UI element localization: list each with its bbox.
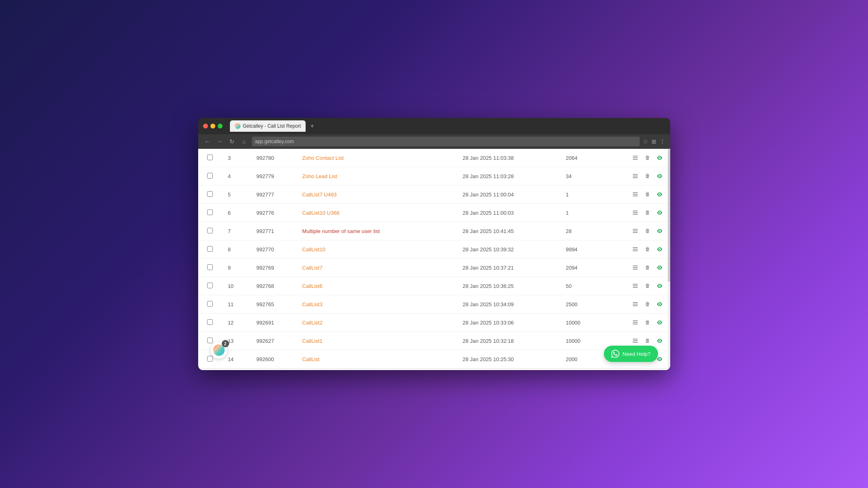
row-checkbox[interactable] — [207, 173, 213, 179]
list-name-link[interactable]: CallList10 — [302, 246, 326, 253]
active-tab[interactable]: Getcalley - Call List Report — [230, 120, 306, 132]
delete-icon[interactable] — [643, 299, 652, 309]
row-checkbox[interactable] — [207, 264, 213, 270]
row-id: 992776 — [251, 204, 297, 222]
row-number: 11 — [222, 295, 251, 314]
delete-icon[interactable] — [643, 208, 652, 218]
scrollbar[interactable] — [668, 149, 670, 370]
row-actions — [606, 259, 670, 277]
delete-icon[interactable] — [643, 318, 652, 327]
list-icon[interactable] — [630, 299, 640, 309]
delete-icon[interactable] — [643, 281, 652, 291]
list-name-link[interactable]: Multiple number of same user list — [302, 228, 380, 234]
list-icon[interactable] — [630, 171, 640, 181]
svg-rect-7 — [633, 194, 638, 195]
row-checkbox[interactable] — [207, 191, 213, 197]
list-name-link[interactable]: CallList — [302, 356, 320, 362]
row-number: 6 — [222, 204, 251, 222]
row-id: 992777 — [251, 185, 297, 204]
list-icon[interactable] — [630, 318, 640, 327]
list-icon[interactable] — [630, 153, 640, 163]
svg-rect-20 — [633, 269, 638, 270]
row-date: 28 Jan 2025 10:34:09 — [457, 295, 560, 314]
list-icon[interactable] — [630, 244, 640, 254]
forward-button[interactable]: → — [215, 137, 224, 146]
table-row: 5 992777 CallList7 U493 28 Jan 2025 11:0… — [198, 185, 670, 204]
back-button[interactable]: ← — [203, 137, 212, 146]
delete-icon[interactable] — [643, 190, 652, 199]
view-icon[interactable] — [655, 244, 665, 254]
need-help-button[interactable]: Need Help? — [604, 346, 658, 362]
delete-icon[interactable] — [643, 226, 652, 236]
row-checkbox[interactable] — [207, 301, 213, 307]
row-checkbox-cell — [198, 240, 222, 259]
maximize-button[interactable] — [218, 124, 223, 129]
view-icon[interactable] — [655, 226, 665, 236]
row-checkbox[interactable] — [207, 246, 213, 252]
home-button[interactable]: ⌂ — [240, 137, 249, 146]
row-checkbox-cell — [198, 185, 222, 204]
list-icon[interactable] — [630, 336, 640, 346]
new-tab-button[interactable]: + — [307, 121, 317, 131]
list-name-link[interactable]: CallList2 — [302, 320, 323, 326]
row-checkbox[interactable] — [207, 283, 213, 288]
view-icon[interactable] — [655, 318, 665, 327]
row-id: 992771 — [251, 222, 297, 240]
minimize-button[interactable] — [210, 124, 215, 129]
need-help-label: Need Help? — [623, 351, 651, 357]
list-name-link[interactable]: CallList1 — [302, 338, 323, 344]
list-name-link[interactable]: Zoho Contact List — [302, 155, 344, 161]
svg-rect-0 — [633, 156, 638, 157]
close-button[interactable] — [203, 124, 208, 129]
view-icon[interactable] — [655, 299, 665, 309]
list-icon[interactable] — [630, 263, 640, 272]
table-container[interactable]: 3 992780 Zoho Contact List 28 Jan 2025 1… — [198, 149, 670, 370]
list-icon[interactable] — [630, 190, 640, 199]
list-name-link[interactable]: CallList7 U493 — [302, 192, 337, 198]
row-checkbox[interactable] — [207, 228, 213, 233]
bookmark-icon[interactable]: ☆ — [643, 138, 648, 145]
row-checkbox-cell — [198, 149, 222, 167]
row-checkbox[interactable] — [207, 209, 213, 215]
extensions-icon[interactable]: ⊞ — [652, 138, 656, 145]
view-icon[interactable] — [655, 153, 665, 163]
svg-rect-25 — [633, 304, 638, 305]
svg-rect-22 — [633, 285, 638, 286]
row-checkbox[interactable] — [207, 155, 213, 160]
row-count: 9994 — [560, 240, 606, 259]
row-checkbox-cell — [198, 204, 222, 222]
view-icon[interactable] — [655, 171, 665, 181]
view-icon[interactable] — [655, 263, 665, 272]
delete-icon[interactable] — [643, 244, 652, 254]
list-icon[interactable] — [630, 226, 640, 236]
delete-icon[interactable] — [643, 171, 652, 181]
delete-icon[interactable] — [643, 336, 652, 346]
view-icon[interactable] — [655, 336, 665, 346]
app-logo-badge[interactable]: 2 — [210, 342, 231, 362]
delete-icon[interactable] — [643, 153, 652, 163]
view-icon[interactable] — [655, 208, 665, 218]
menu-icon[interactable]: ⋮ — [660, 138, 665, 145]
row-date: 28 Jan 2025 10:33:06 — [457, 314, 560, 332]
row-number: 8 — [222, 240, 251, 259]
row-checkbox-cell — [198, 314, 222, 332]
list-name-link[interactable]: CallList7 — [302, 265, 323, 271]
address-bar[interactable]: app.getcalley.com — [252, 137, 640, 146]
row-name: CallList — [297, 350, 457, 368]
list-name-link[interactable]: CallList3 — [302, 301, 323, 307]
svg-rect-11 — [633, 214, 638, 215]
reload-button[interactable]: ↻ — [227, 137, 236, 146]
delete-icon[interactable] — [643, 263, 652, 272]
list-name-link[interactable]: CallList6 — [302, 283, 323, 289]
row-count: 28 — [560, 222, 606, 240]
view-icon[interactable] — [655, 190, 665, 199]
row-checkbox[interactable] — [207, 319, 213, 325]
svg-rect-24 — [633, 302, 638, 303]
row-count: 50 — [560, 277, 606, 295]
view-icon[interactable] — [655, 281, 665, 291]
list-name-link[interactable]: Zoho Lead List — [302, 173, 337, 179]
list-name-link[interactable]: CallList10 U366 — [302, 210, 340, 216]
list-icon[interactable] — [630, 281, 640, 291]
list-icon[interactable] — [630, 208, 640, 218]
row-count: 1 — [560, 185, 606, 204]
